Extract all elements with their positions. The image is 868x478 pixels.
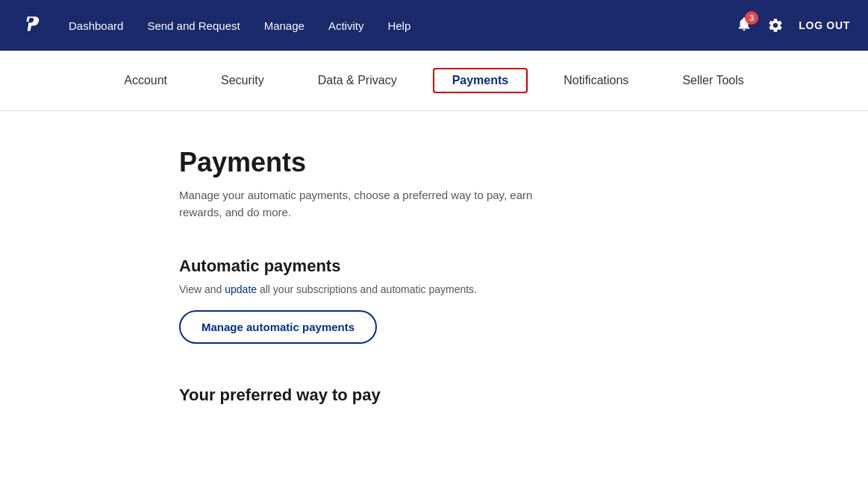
top-nav-right: 3 LOG OUT xyxy=(736,16,850,35)
notification-bell[interactable]: 3 xyxy=(736,16,752,35)
automatic-payments-description: View and update all your subscriptions a… xyxy=(179,283,672,295)
preferred-way-section: Your preferred way to pay xyxy=(179,386,672,405)
gear-icon[interactable] xyxy=(767,17,784,34)
sub-nav-wrapper: Account Security Data & Privacy Payments… xyxy=(97,51,771,110)
page-description: Manage your automatic payments, choose a… xyxy=(179,187,537,221)
top-navigation: Dashboard Send and Request Manage Activi… xyxy=(0,0,868,51)
subnav-item-security[interactable]: Security xyxy=(194,53,291,108)
main-content: Payments Manage your automatic payments,… xyxy=(0,111,672,448)
sub-navigation: Account Security Data & Privacy Payments… xyxy=(0,51,868,111)
nav-item-activity[interactable]: Activity xyxy=(328,16,364,35)
sub-nav-items: Account Security Data & Privacy Payments… xyxy=(97,53,771,108)
automatic-payments-title: Automatic payments xyxy=(179,257,672,276)
subnav-item-data-privacy[interactable]: Data & Privacy xyxy=(291,53,424,108)
manage-automatic-payments-button[interactable]: Manage automatic payments xyxy=(179,310,377,344)
notification-badge: 3 xyxy=(745,11,758,25)
subnav-item-account[interactable]: Account xyxy=(97,53,194,108)
nav-item-dashboard[interactable]: Dashboard xyxy=(69,16,123,35)
nav-item-send-request[interactable]: Send and Request xyxy=(147,16,240,35)
nav-item-help[interactable]: Help xyxy=(387,16,410,35)
automatic-payments-section: Automatic payments View and update all y… xyxy=(179,257,672,380)
nav-item-manage[interactable]: Manage xyxy=(264,16,305,35)
logout-button[interactable]: LOG OUT xyxy=(799,19,850,31)
subnav-item-notifications[interactable]: Notifications xyxy=(537,53,655,108)
subnav-item-seller-tools[interactable]: Seller Tools xyxy=(655,53,770,108)
paypal-logo[interactable] xyxy=(18,12,45,39)
update-link[interactable]: update xyxy=(225,283,257,295)
subnav-item-payments[interactable]: Payments xyxy=(433,68,528,93)
preferred-way-title: Your preferred way to pay xyxy=(179,386,672,405)
page-title: Payments xyxy=(179,147,672,178)
top-nav-left: Dashboard Send and Request Manage Activi… xyxy=(18,12,410,39)
